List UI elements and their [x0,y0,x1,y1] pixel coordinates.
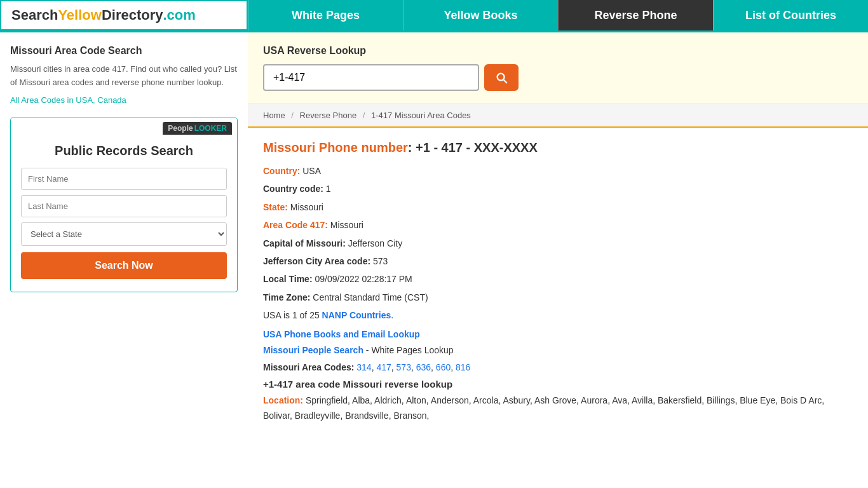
search-bar-area: USA Reverse Lookup [248,32,868,104]
area-code-417[interactable]: 417 [376,362,391,372]
area-code-314[interactable]: 314 [356,362,371,372]
phone-search-button[interactable] [484,64,519,91]
breadcrumb-reverse-phone[interactable]: Reverse Phone [300,111,357,120]
search-bar-label: USA Reverse Lookup [263,45,853,57]
nav-reverse-phone[interactable]: Reverse Phone [558,0,713,30]
jc-area-code-row: Jefferson City Area code: 573 [263,254,853,268]
timezone-row: Time Zone: Central Standard Time (CST) [263,290,853,304]
sidebar-description: Missouri cities in area code 417. Find o… [10,63,238,90]
last-name-field[interactable] [21,195,227,217]
logo-yellow: Yellow [58,7,101,24]
area-codes-list: 314, 417, 573, 636, 660, 816 [356,362,470,372]
nanp-link[interactable]: NANP Countries [322,310,391,320]
first-name-field[interactable] [21,168,227,190]
reverse-lookup-heading: +1-417 area code Missouri reverse lookup [263,379,853,390]
site-logo[interactable]: SearchYellowDirectory.com [0,0,248,30]
local-time-value: 09/09/2022 02:28:17 PM [313,274,412,284]
capital-row: Capital of Missouri: Jefferson City [263,236,853,250]
main-content: Missouri Phone number: +1 - 417 - XXX-XX… [248,128,868,437]
area-code-row: Area Code 417: Missouri [263,218,853,232]
nanp-text: USA is 1 of 25 [263,310,322,320]
breadcrumb-home[interactable]: Home [263,111,285,120]
content-area: USA Reverse Lookup Home / Reverse Phone … [248,32,868,488]
missouri-people-link[interactable]: Missouri People Search [263,345,363,355]
country-label: Country: [263,166,300,176]
heading-orange: Missouri Phone number [263,140,408,154]
nanp-period: . [391,310,393,320]
jc-area-code-label: Jefferson City Area code: [263,256,370,266]
nav-bar: SearchYellowDirectory.com White Pages Ye… [0,0,868,32]
page-heading: Missouri Phone number: +1 - 417 - XXX-XX… [263,140,853,155]
logo-directory: Directory [102,7,163,24]
local-time-row: Local Time: 09/09/2022 02:28:17 PM [263,272,853,286]
area-code-816[interactable]: 816 [456,362,470,372]
white-pages-suffix: - White Pages Lookup [363,345,454,355]
area-code-value: Missouri [328,220,363,230]
timezone-label: Time Zone: [263,292,310,302]
area-codes-label: Missouri Area Codes: [263,362,354,372]
timezone-value: Central Standard Time (CST) [310,292,428,302]
main-container: Missouri Area Code Search Missouri citie… [0,32,868,488]
search-icon [494,71,508,85]
badge-people-text: People [168,124,193,133]
country-code-label: Country code: [263,184,323,194]
breadcrumb-sep-2: / [363,111,365,120]
logo-com: .com [163,7,195,24]
state-value: Missouri [288,202,323,212]
area-code-573[interactable]: 573 [397,362,411,372]
people-looker-badge: People LOOKER [163,122,232,135]
jc-area-code-value: 573 [370,256,388,266]
state-label: State: [263,202,288,212]
breadcrumb-current: 1-417 Missouri Area Codes [371,111,471,120]
sidebar-title: Missouri Area Code Search [10,45,238,57]
breadcrumb-sep-1: / [291,111,294,120]
area-code-label: Area Code 417: [263,220,328,230]
area-codes-row: Missouri Area Codes: 314, 417, 573, 636,… [263,362,853,372]
widget-header: People LOOKER [11,118,237,135]
sidebar: Missouri Area Code Search Missouri citie… [0,32,248,488]
people-looker-widget: People LOOKER Public Records Search Sele… [10,118,238,292]
usa-phone-link[interactable]: USA Phone Books and Email Lookup [263,329,853,339]
location-label: Location: [263,395,303,405]
state-row: State: Missouri [263,200,853,214]
country-row: Country: USA [263,164,853,178]
nav-yellow-books[interactable]: Yellow Books [403,0,558,30]
widget-body: Public Records Search Select a State Ala… [11,135,237,292]
country-value: USA [300,166,321,176]
breadcrumb: Home / Reverse Phone / 1-417 Missouri Ar… [248,104,868,128]
widget-title: Public Records Search [21,142,227,159]
search-bar-row [263,64,853,91]
badge-looker-text: LOOKER [194,124,227,133]
nav-list-of-countries[interactable]: List of Countries [713,0,868,30]
country-code-value: 1 [323,184,331,194]
location-text: Location: Springfield, Alba, Aldrich, Al… [263,393,853,424]
nav-white-pages[interactable]: White Pages [248,0,403,30]
local-time-label: Local Time: [263,274,313,284]
state-select[interactable]: Select a State Alabama Alaska Arizona Ar… [21,222,227,246]
area-code-636[interactable]: 636 [416,362,431,372]
country-code-row: Country code: 1 [263,182,853,196]
heading-rest: : +1 - 417 - XXX-XXXX [408,140,538,154]
phone-search-input[interactable] [263,64,479,91]
location-cities: Springfield, Alba, Aldrich, Alton, Ander… [263,395,824,421]
missouri-people-row: Missouri People Search - White Pages Loo… [263,343,853,357]
nanp-row: USA is 1 of 25 NANP Countries. [263,308,853,322]
capital-value: Jefferson City [346,238,402,248]
search-now-button[interactable]: Search Now [21,252,227,279]
all-area-codes-link[interactable]: All Area Codes in USA, Canada [10,95,126,105]
area-code-660[interactable]: 660 [436,362,451,372]
capital-label: Capital of Missouri: [263,238,346,248]
logo-search: Search [11,7,58,24]
